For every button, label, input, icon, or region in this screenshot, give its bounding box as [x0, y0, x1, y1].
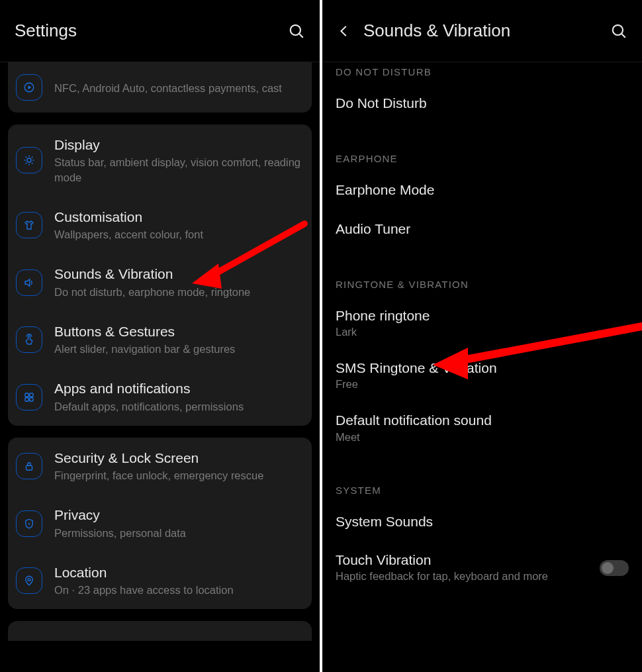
row-title: Sounds & Vibration: [54, 265, 302, 283]
item-subtitle: Lark: [336, 326, 629, 338]
row-subtitle: Default apps, notifications, permissions: [54, 399, 302, 414]
page-title: Settings: [15, 21, 77, 41]
svg-line-12: [32, 157, 33, 158]
item-subtitle: Haptic feedback for tap, keyboard and mo…: [336, 570, 629, 583]
item-subtitle: Meet: [336, 431, 629, 444]
item-audio-tuner[interactable]: Audio Tuner: [322, 211, 642, 250]
svg-line-1: [299, 34, 302, 37]
row-title: Security & Lock Screen: [54, 450, 302, 467]
item-title: Earphone Mode: [336, 181, 629, 199]
item-title: Do Not Disturb: [336, 95, 629, 112]
row-subtitle: Wallpapers, accent colour, font: [54, 227, 302, 242]
section-header-system: SYSTEM: [322, 470, 642, 504]
page-title: Sounds & Vibration: [363, 21, 510, 41]
row-subtitle: Do not disturb, earphone mode, ringtone: [54, 285, 302, 299]
row-location[interactable]: Location On · 23 apps have access to loc…: [8, 552, 312, 610]
row-title: Privacy: [54, 506, 302, 524]
connected-icon: [16, 74, 42, 101]
item-title: SMS Ringtone & Vibration: [336, 360, 629, 377]
toggle-touch-vibration[interactable]: [600, 560, 629, 576]
svg-rect-16: [30, 397, 33, 401]
svg-rect-17: [26, 465, 32, 470]
section-header-dnd: DO NOT DISTURB: [322, 62, 642, 85]
row-connected-devices[interactable]: NFC, Android Auto, contactless payments,…: [8, 62, 312, 113]
sounds-vibration-screen: Sounds & Vibration DO NOT DISTURB Do Not…: [322, 0, 642, 672]
row-apps-notifications[interactable]: Apps and notifications Default apps, not…: [8, 368, 312, 426]
svg-point-22: [613, 24, 623, 34]
svg-rect-15: [25, 397, 28, 401]
row-display[interactable]: Display Status bar, ambient display, vis…: [8, 124, 312, 197]
row-title: Display: [54, 136, 302, 154]
search-icon[interactable]: [610, 23, 627, 40]
row-title: Customisation: [54, 209, 302, 226]
item-title: Phone ringtone: [336, 307, 629, 324]
header: Settings: [0, 0, 320, 62]
row-privacy[interactable]: Privacy Permissions, personal data: [8, 495, 312, 552]
card-connected-devices: NFC, Android Auto, contactless payments,…: [8, 62, 312, 113]
row-subtitle: On · 23 apps have access to location: [54, 583, 302, 597]
item-title: Touch Vibration: [336, 552, 629, 569]
row-title: Apps and notifications: [54, 380, 302, 397]
sounds-list: DO NOT DISTURB Do Not Disturb EARPHONE E…: [322, 62, 642, 672]
row-sounds-vibration[interactable]: Sounds & Vibration Do not disturb, earph…: [8, 254, 312, 311]
svg-rect-13: [25, 393, 28, 397]
settings-list: NFC, Android Auto, contactless payments,…: [0, 62, 320, 672]
pin-icon: [16, 567, 42, 594]
item-sms-ringtone[interactable]: SMS Ringtone & Vibration Free: [322, 350, 642, 403]
shield-icon: [16, 510, 42, 537]
section-header-earphone: EARPHONE: [322, 138, 642, 172]
svg-marker-3: [28, 85, 32, 89]
svg-point-4: [27, 158, 31, 162]
search-icon[interactable]: [288, 23, 305, 40]
apps-icon: [16, 384, 42, 410]
svg-line-9: [26, 157, 27, 158]
item-title: Audio Tuner: [336, 220, 629, 238]
row-subtitle: Status bar, ambient display, vision comf…: [54, 155, 302, 185]
item-touch-vibration[interactable]: Touch Vibration Haptic feedback for tap,…: [322, 542, 642, 595]
row-buttons-gestures[interactable]: Buttons & Gestures Alert slider, navigat…: [8, 311, 312, 369]
lock-icon: [16, 453, 42, 479]
svg-point-20: [28, 579, 30, 581]
shirt-icon: [16, 212, 42, 238]
card-security-group: Security & Lock Screen Fingerprint, face…: [8, 438, 312, 610]
row-title: Buttons & Gestures: [54, 323, 302, 340]
item-default-notification[interactable]: Default notification sound Meet: [322, 403, 642, 455]
touch-icon: [16, 326, 42, 353]
item-do-not-disturb[interactable]: Do Not Disturb: [322, 85, 642, 124]
svg-rect-14: [30, 393, 33, 397]
svg-point-18: [28, 522, 30, 524]
row-subtitle: Fingerprint, face unlock, emergency resc…: [54, 468, 302, 483]
row-customisation[interactable]: Customisation Wallpapers, accent colour,…: [8, 197, 312, 254]
item-phone-ringtone[interactable]: Phone ringtone Lark: [322, 298, 642, 350]
svg-line-10: [32, 163, 33, 164]
row-security[interactable]: Security & Lock Screen Fingerprint, face…: [8, 438, 312, 495]
header: Sounds & Vibration: [322, 0, 642, 62]
svg-line-23: [621, 34, 625, 37]
back-icon[interactable]: [337, 24, 351, 38]
settings-screen: Settings NFC, Android Auto, contactless …: [0, 0, 320, 672]
card-next-partial: [8, 621, 312, 641]
brightness-icon: [16, 147, 42, 173]
item-earphone-mode[interactable]: Earphone Mode: [322, 172, 642, 211]
row-subtitle: NFC, Android Auto, contactless payments,…: [54, 81, 302, 95]
item-title: Default notification sound: [336, 412, 629, 429]
item-subtitle: Free: [336, 378, 629, 391]
item-system-sounds[interactable]: System Sounds: [322, 504, 642, 542]
volume-icon: [16, 269, 42, 296]
item-title: System Sounds: [336, 513, 629, 530]
row-title: Location: [54, 564, 302, 581]
section-header-ringtone: RINGTONE & VIBRATION: [322, 264, 642, 298]
svg-point-0: [291, 24, 300, 34]
card-display-group: Display Status bar, ambient display, vis…: [8, 124, 312, 426]
row-subtitle: Alert slider, navigation bar & gestures: [54, 342, 302, 356]
row-subtitle: Permissions, personal data: [54, 526, 302, 540]
svg-line-11: [26, 163, 27, 164]
